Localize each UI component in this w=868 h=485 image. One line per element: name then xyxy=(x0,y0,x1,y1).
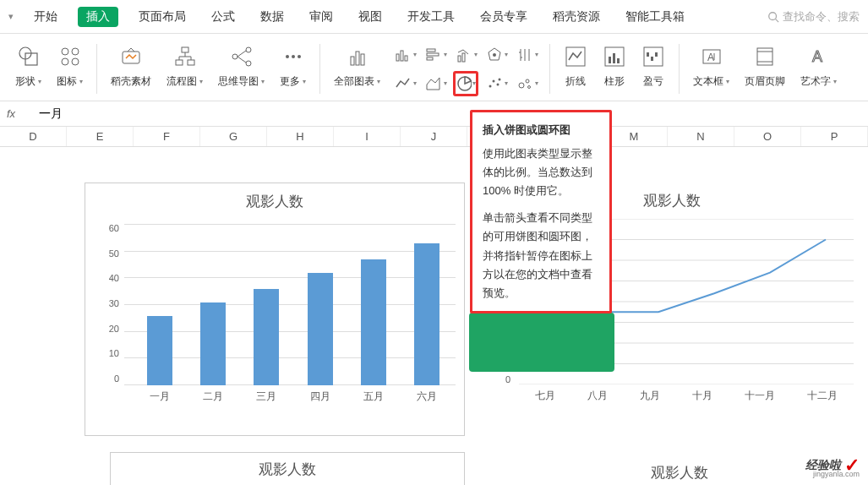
scatter-chart-button[interactable]: ▾ xyxy=(483,71,509,96)
col-head-O[interactable]: O xyxy=(734,127,801,146)
col-head-I[interactable]: I xyxy=(334,127,401,146)
tooltip-title: 插入饼图或圆环图 xyxy=(483,121,599,139)
mindmap-label: 思维导图 xyxy=(218,74,259,89)
bar-chart-button[interactable]: ▾ xyxy=(423,42,448,68)
chevron-down-icon: ▾ xyxy=(726,78,729,85)
col-head-P[interactable]: P xyxy=(801,127,868,146)
menu-dropdown-icon[interactable]: ▾ xyxy=(8,11,14,22)
svg-text:A: A xyxy=(707,52,714,63)
svg-rect-27 xyxy=(396,54,399,61)
svg-rect-24 xyxy=(351,57,354,65)
sparkline-column-label: 柱形 xyxy=(604,74,625,89)
mindmap-button[interactable]: 思维导图▾ xyxy=(211,41,271,97)
xlabel: 七月 xyxy=(535,389,555,403)
sparkline-winloss-icon xyxy=(641,42,665,71)
menu-view[interactable]: 视图 xyxy=(353,6,387,28)
chart-type-group: ▾ ▾ ▾ ▾ ▾ ▾ ▾ ▾ ▾ ▾ xyxy=(389,41,543,97)
bar-chart-container[interactable]: 观影人数 0102030405060 一月二月三月四月五月六月 xyxy=(85,183,465,436)
svg-rect-25 xyxy=(356,52,359,65)
menu-pagelayout[interactable]: 页面布局 xyxy=(134,6,191,28)
bar-四月[interactable] xyxy=(308,273,333,385)
bubble-chart-button[interactable]: ▾ xyxy=(514,71,539,96)
bar-二月[interactable] xyxy=(200,302,226,385)
menu-smarttools[interactable]: 智能工具箱 xyxy=(620,6,690,28)
svg-rect-32 xyxy=(427,57,433,60)
xlabel: 十月 xyxy=(692,389,712,403)
area-chart-button[interactable]: ▾ xyxy=(423,71,448,96)
col-head-G[interactable]: G xyxy=(200,127,267,146)
column-chart-button[interactable]: ▾ xyxy=(392,42,418,68)
svg-rect-34 xyxy=(462,53,465,62)
wordart-button[interactable]: A 艺术字▾ xyxy=(794,41,843,97)
sparkline-column-icon xyxy=(603,42,626,71)
fx-icon[interactable]: fx xyxy=(7,107,29,120)
svg-rect-26 xyxy=(361,54,364,65)
menu-start[interactable]: 开始 xyxy=(29,6,63,28)
col-head-H[interactable]: H xyxy=(267,127,334,146)
svg-line-19 xyxy=(237,51,246,57)
shapes-button[interactable]: 形状▾ xyxy=(8,41,48,97)
bar-六月[interactable] xyxy=(414,243,439,385)
chevron-down-icon: ▾ xyxy=(413,79,417,87)
bar-五月[interactable] xyxy=(361,259,386,385)
menu-review[interactable]: 审阅 xyxy=(304,6,338,28)
svg-point-36 xyxy=(493,53,496,57)
menu-formulas[interactable]: 公式 xyxy=(206,6,240,28)
bottom-chart-1[interactable]: 观影人数 xyxy=(110,452,465,485)
menu-member[interactable]: 会员专享 xyxy=(475,6,532,28)
sparkline-column-button[interactable]: 柱形 xyxy=(596,41,633,97)
chevron-down-icon: ▾ xyxy=(444,79,447,87)
svg-rect-62 xyxy=(757,48,772,65)
menu-devtools[interactable]: 开发工具 xyxy=(402,6,460,28)
svg-line-20 xyxy=(237,57,246,63)
stock-chart-button[interactable]: ▾ xyxy=(514,42,539,68)
svg-rect-31 xyxy=(427,53,439,56)
col-head-F[interactable]: F xyxy=(134,127,200,146)
formula-input[interactable] xyxy=(35,106,861,123)
menu-daoke[interactable]: 稻壳资源 xyxy=(548,6,605,28)
svg-point-5 xyxy=(72,48,79,55)
svg-point-44 xyxy=(492,79,494,82)
menu-insert[interactable]: 插入 xyxy=(78,7,118,27)
bar-chart-bars xyxy=(133,225,454,385)
svg-point-4 xyxy=(62,48,68,55)
bar-chart-area: 0102030405060 一月二月三月四月五月六月 xyxy=(85,216,464,411)
pie-chart-button[interactable]: ▾ xyxy=(453,71,478,96)
col-head-E[interactable]: E xyxy=(67,127,134,146)
sparkline-line-button[interactable]: 折线 xyxy=(557,41,594,97)
more-button[interactable]: 更多▾ xyxy=(273,41,313,97)
icons-button[interactable]: 图标▾ xyxy=(50,41,90,97)
separator xyxy=(96,44,97,94)
search-placeholder: 查找命令、搜索 xyxy=(783,9,860,25)
combo-chart-button[interactable]: ▾ xyxy=(453,42,478,68)
xlabel: 九月 xyxy=(640,389,660,403)
svg-point-22 xyxy=(292,55,295,58)
col-head-N[interactable]: N xyxy=(668,127,734,146)
col-head-D[interactable]: D xyxy=(0,127,67,146)
flowchart-button[interactable]: 流程图▾ xyxy=(160,41,210,97)
bar-三月[interactable] xyxy=(254,289,279,385)
bar-一月[interactable] xyxy=(147,316,172,385)
bottom-chart-1-title: 观影人数 xyxy=(111,453,464,484)
svg-point-45 xyxy=(496,83,499,85)
headerfooter-button[interactable]: 页眉页脚 xyxy=(738,41,792,97)
chevron-down-icon: ▾ xyxy=(38,78,41,85)
chevron-down-icon: ▾ xyxy=(505,51,508,58)
daoke-button[interactable]: 稻壳素材 xyxy=(104,41,158,97)
line-chart-button[interactable]: ▾ xyxy=(392,71,418,96)
svg-point-16 xyxy=(232,54,237,59)
chevron-down-icon: ▾ xyxy=(303,78,306,85)
chevron-down-icon: ▾ xyxy=(474,51,478,58)
chevron-down-icon: ▾ xyxy=(833,78,837,85)
xlabel: 十二月 xyxy=(807,389,838,403)
svg-point-46 xyxy=(498,78,500,80)
textbox-button[interactable]: A 文本框▾ xyxy=(686,41,736,97)
radar-chart-button[interactable]: ▾ xyxy=(483,42,509,68)
command-search[interactable]: 查找命令、搜索 xyxy=(767,9,860,25)
svg-rect-9 xyxy=(182,47,188,52)
menu-data[interactable]: 数据 xyxy=(255,6,289,28)
svg-point-21 xyxy=(286,55,289,58)
col-head-J[interactable]: J xyxy=(401,127,467,146)
allcharts-button[interactable]: 全部图表▾ xyxy=(327,41,387,97)
sparkline-winloss-button[interactable]: 盈亏 xyxy=(635,41,672,97)
